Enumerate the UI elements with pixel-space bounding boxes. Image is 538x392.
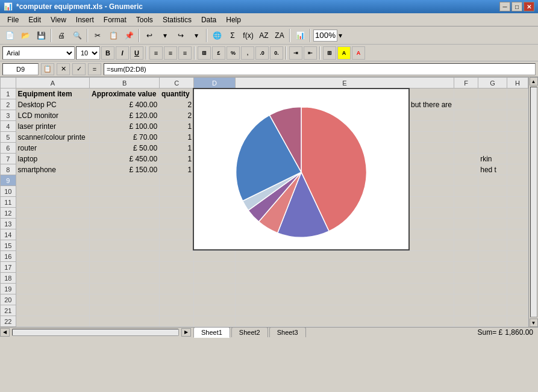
redo-button[interactable]: ↪ xyxy=(174,28,188,43)
sheet-tab-1[interactable]: Sheet1 xyxy=(193,327,230,338)
cell-h1[interactable] xyxy=(507,89,528,99)
cell-g4[interactable] xyxy=(478,121,507,132)
confirm-formula-button[interactable]: ✓ xyxy=(72,63,86,75)
scroll-down-button[interactable]: ▼ xyxy=(530,319,538,327)
cell-h7[interactable] xyxy=(507,154,528,164)
close-button[interactable]: ✕ xyxy=(524,2,534,11)
cell-g5[interactable] xyxy=(478,132,507,143)
align-left-button[interactable]: ≡ xyxy=(149,46,163,60)
horizontal-scrollbar[interactable]: ◀ ▶ Sheet1 Sheet2 Sheet3 Sum= £ 1,860.00 xyxy=(0,327,538,337)
sort-az-button[interactable]: AZ xyxy=(257,28,271,43)
cell-c8[interactable]: 1 xyxy=(160,164,194,175)
print-button[interactable]: 🖨 xyxy=(54,28,69,43)
cell-b7[interactable]: £ 450.00 xyxy=(90,154,160,164)
minimize-button[interactable]: ─ xyxy=(499,2,510,11)
italic-button[interactable]: I xyxy=(116,46,129,60)
cell-c2[interactable]: 2 xyxy=(160,99,194,110)
undo-dropdown[interactable]: ▾ xyxy=(158,28,172,43)
merge-button[interactable]: ⊞ xyxy=(198,46,211,60)
save-button[interactable]: 💾 xyxy=(34,28,48,43)
sort-za-button[interactable]: ZA xyxy=(272,28,287,43)
scroll-up-button[interactable]: ▲ xyxy=(530,77,538,86)
scroll-left-button[interactable]: ◀ xyxy=(0,328,10,337)
menu-item-statistics[interactable]: Statistics xyxy=(158,14,196,25)
cell-f6[interactable] xyxy=(454,143,478,154)
col-header-b[interactable]: B xyxy=(90,78,160,89)
cell-f8[interactable] xyxy=(454,164,478,175)
underline-button[interactable]: U xyxy=(130,46,143,60)
cell-a6[interactable]: router xyxy=(16,143,89,154)
cell-a3[interactable]: LCD monitor xyxy=(16,110,89,121)
border-button[interactable]: ⊞ xyxy=(323,46,336,60)
cell-g7[interactable]: rkin xyxy=(478,154,507,164)
formula-input[interactable]: =sum(D2:D8) xyxy=(104,63,536,75)
menu-item-data[interactable]: Data xyxy=(196,14,221,25)
cell-h3[interactable] xyxy=(507,110,528,121)
menu-item-format[interactable]: Format xyxy=(99,14,131,25)
cell-c5[interactable]: 1 xyxy=(160,132,194,143)
cell-f9[interactable] xyxy=(454,175,478,186)
col-header-c[interactable]: C xyxy=(160,78,194,89)
decrease-decimal-button[interactable]: 0. xyxy=(270,46,283,60)
chart-button[interactable]: 📊 xyxy=(293,28,307,43)
cell-b6[interactable]: £ 50.00 xyxy=(90,143,160,154)
menu-item-insert[interactable]: Insert xyxy=(71,14,99,25)
cell-h2[interactable] xyxy=(507,99,528,110)
undo-button[interactable]: ↩ xyxy=(142,28,157,43)
cell-h9[interactable] xyxy=(507,175,528,186)
cell-g1[interactable] xyxy=(478,89,507,99)
hscroll-track[interactable] xyxy=(12,329,179,336)
cell-f2[interactable] xyxy=(454,99,478,110)
menu-item-edit[interactable]: Edit xyxy=(23,14,46,25)
font-select[interactable]: Arial xyxy=(2,46,75,60)
vertical-scrollbar[interactable]: ▲ ▼ xyxy=(528,77,538,327)
cell-c4[interactable]: 1 xyxy=(160,121,194,132)
scroll-track[interactable] xyxy=(530,87,537,317)
cell-h4[interactable] xyxy=(507,121,528,132)
sheet-tab-2[interactable]: Sheet2 xyxy=(231,327,268,337)
cell-a8[interactable]: smartphone xyxy=(16,164,89,175)
cell-a2[interactable]: Desktop PC xyxy=(16,99,89,110)
menu-item-help[interactable]: Help xyxy=(221,14,246,25)
cell-f1[interactable] xyxy=(454,89,478,99)
cell-b2[interactable]: £ 400.00 xyxy=(90,99,160,110)
cell-c1[interactable]: quantity xyxy=(160,89,194,99)
col-header-a[interactable]: A xyxy=(16,78,89,89)
cell-a4[interactable]: laser printer xyxy=(16,121,89,132)
cell-b1[interactable]: Approximate value xyxy=(90,89,160,99)
cell-c9[interactable] xyxy=(160,175,194,186)
cell-reference-input[interactable]: D9 xyxy=(2,63,39,75)
cut-button[interactable]: ✂ xyxy=(90,28,105,43)
cell-g8[interactable]: hed t xyxy=(478,164,507,175)
preview-button[interactable]: 🔍 xyxy=(70,28,84,43)
col-header-g[interactable]: G xyxy=(478,78,507,89)
menu-item-tools[interactable]: Tools xyxy=(131,14,158,25)
cell-b5[interactable]: £ 70.00 xyxy=(90,132,160,143)
open-button[interactable]: 📂 xyxy=(18,28,33,43)
percent-button[interactable]: % xyxy=(227,46,240,60)
col-header-f[interactable]: F xyxy=(454,78,478,89)
currency-button[interactable]: £ xyxy=(212,46,225,60)
hyperlink-button[interactable]: 🌐 xyxy=(210,28,224,43)
cell-b3[interactable]: £ 120.00 xyxy=(90,110,160,121)
cell-g6[interactable] xyxy=(478,143,507,154)
outdent-button[interactable]: ⇤ xyxy=(304,46,317,60)
cell-f7[interactable] xyxy=(454,154,478,164)
function-button[interactable]: f(x) xyxy=(241,28,255,43)
new-button[interactable]: 📄 xyxy=(2,28,17,43)
cell-c6[interactable]: 1 xyxy=(160,143,194,154)
copy-button[interactable]: 📋 xyxy=(106,28,120,43)
sheet-tab-3[interactable]: Sheet3 xyxy=(269,327,306,337)
cell-b8[interactable]: £ 150.00 xyxy=(90,164,160,175)
col-header-d[interactable]: D xyxy=(194,78,236,89)
align-center-button[interactable]: ≡ xyxy=(164,46,177,60)
cell-c3[interactable]: 2 xyxy=(160,110,194,121)
paste-button[interactable]: 📌 xyxy=(122,28,136,43)
cell-f3[interactable] xyxy=(454,110,478,121)
name-box-icon[interactable]: 📋 xyxy=(41,63,54,75)
fill-color-button[interactable]: A xyxy=(337,46,351,60)
cell-a9[interactable] xyxy=(16,175,89,186)
increase-decimal-button[interactable]: .0 xyxy=(255,46,269,60)
font-color-button[interactable]: A xyxy=(352,46,365,60)
titlebar-controls[interactable]: ─ □ ✕ xyxy=(499,2,534,11)
